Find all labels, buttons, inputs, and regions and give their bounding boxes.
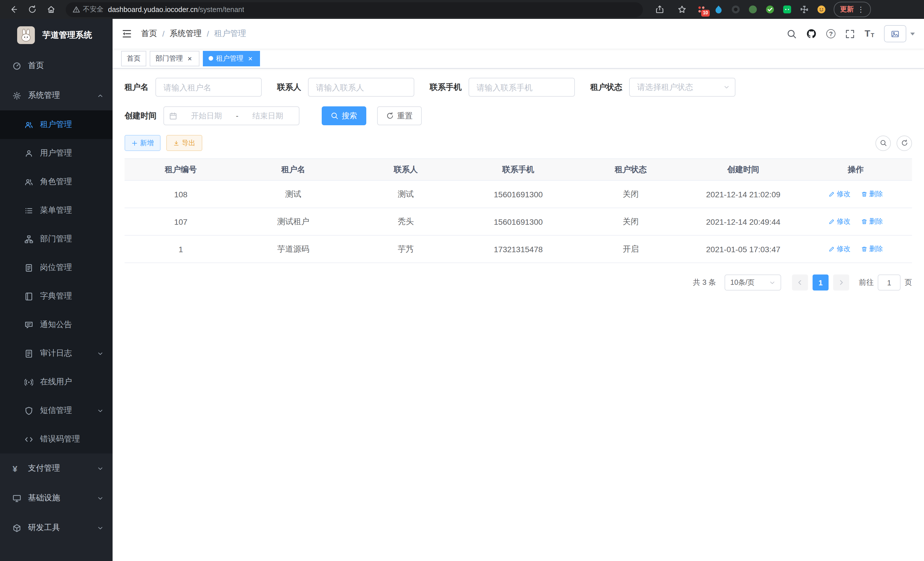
extensions-puzzle-icon[interactable]	[800, 5, 809, 14]
edit-label: 修改	[837, 189, 850, 199]
yen-icon	[13, 464, 22, 473]
status-select[interactable]: 请选择租户状态	[629, 78, 735, 97]
jump-page-input[interactable]	[878, 274, 901, 290]
col-created: 创建时间	[687, 159, 800, 180]
sidebar-toggle-icon[interactable]	[112, 29, 141, 39]
breadcrumb-home[interactable]: 首页	[141, 29, 157, 39]
tab-home[interactable]: 首页	[121, 51, 146, 66]
sidebar-item-dept[interactable]: 部门管理	[0, 225, 112, 253]
sidebar-item-tenant[interactable]: 租户管理	[0, 110, 112, 139]
font-size-icon[interactable]	[865, 29, 874, 38]
sidebar-item-dict[interactable]: 字典管理	[0, 282, 112, 311]
broadcast-icon	[25, 378, 34, 386]
tenant-name-input[interactable]	[155, 78, 262, 97]
reload-icon[interactable]	[25, 2, 39, 17]
page-size-select[interactable]: 10条/页	[724, 274, 781, 290]
extension-lens-icon[interactable]	[731, 5, 741, 14]
calendar-icon	[169, 112, 177, 120]
delete-link[interactable]: 删除	[861, 189, 883, 199]
search-button[interactable]: 搜索	[322, 106, 366, 125]
browser-update-button[interactable]: 更新	[834, 2, 871, 17]
sidebar-item-system[interactable]: 系统管理	[0, 81, 112, 110]
range-separator: -	[236, 111, 238, 120]
reset-button[interactable]: 重置	[377, 106, 422, 125]
extension-check-icon[interactable]	[765, 5, 775, 14]
sidebar-item-post[interactable]: 岗位管理	[0, 253, 112, 282]
edit-link[interactable]: 修改	[829, 244, 850, 254]
chevron-down-icon	[723, 84, 730, 90]
cell-id: 1	[124, 235, 237, 263]
github-icon[interactable]	[806, 29, 817, 39]
extension-dots-icon[interactable]: 10	[697, 5, 706, 14]
close-icon[interactable]	[246, 54, 254, 62]
log-icon	[25, 349, 34, 358]
refresh-button[interactable]	[897, 135, 912, 151]
extension-drop-icon[interactable]	[714, 5, 723, 14]
search-icon[interactable]	[787, 29, 796, 39]
close-icon[interactable]	[186, 54, 194, 62]
edit-link[interactable]: 修改	[829, 217, 850, 226]
tab-tenant[interactable]: 租户管理	[203, 51, 260, 66]
delete-link[interactable]: 删除	[861, 244, 883, 254]
delete-link[interactable]: 删除	[861, 217, 883, 226]
sidebar-item-menu-mgmt[interactable]: 菜单管理	[0, 196, 112, 225]
profile-avatar-icon[interactable]	[817, 5, 826, 14]
help-icon[interactable]	[826, 29, 836, 38]
col-actions: 操作	[800, 159, 912, 180]
date-range-picker[interactable]: 开始日期 - 结束日期	[164, 106, 299, 125]
tab-dept[interactable]: 部门管理	[150, 51, 200, 66]
user-avatar[interactable]	[884, 25, 915, 42]
sidebar-menu: 首页 系统管理 租户管理 用户管理	[0, 51, 112, 561]
fullscreen-icon[interactable]	[845, 29, 855, 39]
breadcrumb-system[interactable]: 系统管理	[170, 29, 202, 39]
page-jumper: 前往 页	[859, 274, 912, 290]
add-button[interactable]: 新增	[124, 135, 160, 151]
filter-phone: 联系手机	[430, 78, 575, 97]
contact-input[interactable]	[308, 78, 414, 97]
code-icon	[25, 435, 34, 444]
sidebar-item-devtools[interactable]: 研发工具	[0, 513, 112, 543]
sidebar-item-infra[interactable]: 基础设施	[0, 483, 112, 513]
sidebar-item-role[interactable]: 角色管理	[0, 168, 112, 196]
badge-icon	[25, 263, 34, 272]
cell-status: 关闭	[574, 180, 687, 208]
edit-label: 修改	[837, 244, 850, 254]
page-content: 租户名 联系人 联系手机 租户状态 请选择租户状态	[112, 69, 924, 561]
sidebar-item-error-code[interactable]: 错误码管理	[0, 425, 112, 453]
extension-green-icon[interactable]	[748, 5, 758, 14]
sidebar-item-user[interactable]: 用户管理	[0, 139, 112, 168]
export-button[interactable]: 导出	[166, 135, 202, 151]
sidebar-item-notice[interactable]: 通知公告	[0, 311, 112, 339]
bookmark-star-icon[interactable]	[674, 2, 689, 17]
url-path: /system/tenant	[198, 5, 244, 14]
page-number-current[interactable]: 1	[813, 274, 829, 290]
phone-input[interactable]	[469, 78, 575, 97]
filter-label: 租户名	[124, 82, 148, 92]
col-phone: 联系手机	[462, 159, 574, 180]
book-icon	[25, 292, 34, 301]
sidebar-item-sms[interactable]: 短信管理	[0, 396, 112, 425]
back-icon[interactable]	[6, 2, 21, 17]
address-bar[interactable]: 不安全 dashboard.yudao.iocoder.cn/system/te…	[66, 2, 643, 17]
edit-link[interactable]: 修改	[829, 189, 850, 199]
cell-contact: 秃头	[350, 208, 462, 235]
extension-chat-icon[interactable]	[782, 5, 792, 14]
monitor-icon	[13, 494, 22, 502]
security-warning-icon: 不安全	[73, 5, 104, 14]
toggle-search-button[interactable]	[875, 135, 891, 151]
sidebar-item-payment[interactable]: 支付管理	[0, 453, 112, 483]
sidebar-item-online-users[interactable]: 在线用户	[0, 368, 112, 396]
jump-prefix: 前往	[859, 277, 874, 288]
sidebar-item-home[interactable]: 首页	[0, 51, 112, 81]
delete-label: 删除	[869, 189, 883, 199]
delete-label: 删除	[869, 244, 883, 254]
share-icon[interactable]	[652, 2, 667, 17]
sidebar-item-label: 基础设施	[28, 493, 60, 503]
home-icon[interactable]	[44, 2, 58, 17]
sidebar-item-label: 租户管理	[40, 120, 72, 130]
cell-id: 108	[124, 180, 237, 208]
prev-page-button[interactable]	[792, 274, 808, 290]
sidebar-item-audit-log[interactable]: 审计日志	[0, 339, 112, 368]
app-logo[interactable]: 芋道管理系统	[0, 19, 112, 51]
next-page-button[interactable]	[833, 274, 849, 290]
